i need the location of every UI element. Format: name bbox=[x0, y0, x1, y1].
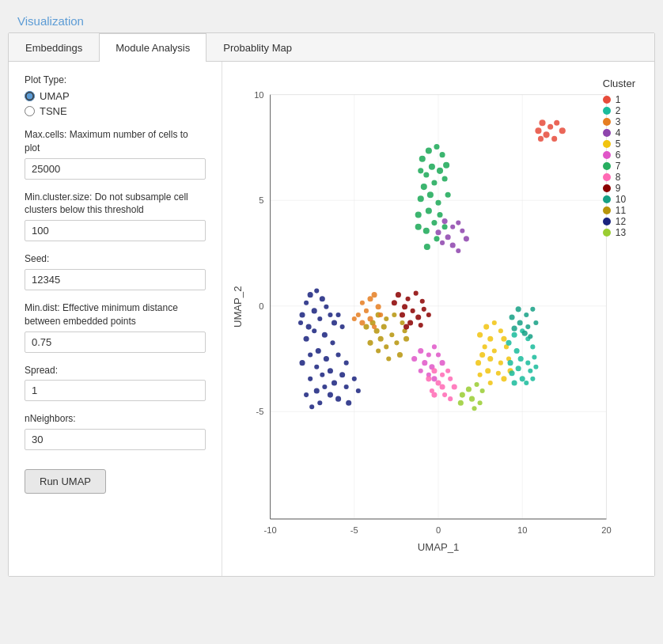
svg-point-106 bbox=[372, 324, 377, 329]
legend-title: Cluster bbox=[603, 78, 635, 89]
svg-text:UMAP_1: UMAP_1 bbox=[418, 541, 460, 553]
svg-point-79 bbox=[403, 336, 409, 342]
svg-point-177 bbox=[498, 361, 503, 366]
svg-point-29 bbox=[324, 305, 328, 309]
svg-point-140 bbox=[431, 180, 437, 185]
svg-point-188 bbox=[506, 340, 511, 346]
svg-point-223 bbox=[475, 382, 479, 387]
min-dist-input[interactable] bbox=[25, 331, 206, 353]
svg-point-221 bbox=[538, 136, 544, 142]
svg-point-163 bbox=[440, 241, 445, 245]
legend-item: 10 bbox=[603, 194, 632, 205]
svg-point-193 bbox=[525, 361, 530, 366]
tsne-radio[interactable] bbox=[25, 106, 35, 116]
svg-point-125 bbox=[440, 384, 445, 389]
svg-point-190 bbox=[514, 348, 520, 354]
svg-point-143 bbox=[427, 191, 434, 198]
svg-point-227 bbox=[478, 400, 483, 405]
svg-point-158 bbox=[435, 229, 441, 235]
tab-probability-map[interactable]: Probablity Map bbox=[206, 33, 309, 62]
seed-input[interactable] bbox=[25, 269, 206, 290]
nneighbors-input[interactable] bbox=[25, 429, 206, 450]
svg-point-105 bbox=[359, 320, 365, 326]
svg-point-216 bbox=[535, 127, 541, 134]
svg-point-166 bbox=[483, 324, 489, 330]
svg-point-137 bbox=[437, 168, 443, 174]
svg-point-41 bbox=[330, 340, 335, 345]
svg-point-76 bbox=[394, 340, 399, 345]
svg-point-132 bbox=[434, 144, 439, 150]
svg-point-84 bbox=[406, 297, 411, 301]
svg-point-215 bbox=[547, 124, 553, 130]
svg-point-172 bbox=[501, 336, 506, 342]
legend-scroll[interactable]: 12345678910111213 bbox=[603, 94, 635, 238]
svg-point-208 bbox=[517, 320, 523, 326]
svg-point-139 bbox=[443, 162, 449, 169]
tab-module-analysis[interactable]: Module Analysis bbox=[99, 33, 206, 62]
legend-label: 8 bbox=[616, 172, 621, 183]
umap-radio-option[interactable]: UMAP bbox=[25, 90, 206, 102]
min-cluster-input[interactable] bbox=[25, 220, 206, 241]
svg-point-165 bbox=[456, 248, 460, 253]
legend-dot bbox=[603, 229, 611, 237]
svg-point-42 bbox=[316, 348, 321, 354]
svg-point-40 bbox=[304, 336, 309, 342]
umap-radio[interactable] bbox=[25, 91, 35, 101]
legend-dot bbox=[603, 129, 611, 137]
svg-point-214 bbox=[539, 119, 545, 126]
svg-point-86 bbox=[414, 291, 419, 296]
svg-point-176 bbox=[487, 356, 493, 362]
legend-dot bbox=[603, 195, 611, 203]
svg-text:20: 20 bbox=[601, 525, 611, 535]
svg-point-205 bbox=[524, 313, 529, 317]
svg-point-178 bbox=[475, 360, 481, 366]
svg-text:-10: -10 bbox=[264, 525, 277, 535]
max-cells-input[interactable] bbox=[25, 158, 206, 180]
svg-point-78 bbox=[384, 344, 388, 349]
svg-point-57 bbox=[344, 385, 349, 389]
svg-point-47 bbox=[344, 361, 349, 366]
plot-type-group: Plot Type: UMAP TSNE bbox=[25, 74, 206, 117]
svg-point-199 bbox=[533, 365, 538, 369]
plot-type-label: Plot Type: bbox=[25, 74, 206, 85]
svg-point-162 bbox=[450, 242, 456, 248]
svg-point-89 bbox=[400, 312, 405, 317]
legend-item: 13 bbox=[603, 227, 632, 238]
svg-point-159 bbox=[456, 221, 460, 225]
svg-text:-5: -5 bbox=[256, 407, 264, 416]
svg-point-146 bbox=[445, 192, 451, 198]
svg-point-108 bbox=[418, 348, 423, 354]
svg-point-70 bbox=[400, 320, 404, 325]
tsne-radio-option[interactable]: TSNE bbox=[25, 105, 206, 117]
svg-text:5: 5 bbox=[259, 195, 263, 205]
svg-point-83 bbox=[396, 292, 401, 297]
svg-point-27 bbox=[304, 301, 309, 305]
svg-point-104 bbox=[378, 313, 383, 317]
svg-point-138 bbox=[418, 168, 423, 173]
legend-label: 6 bbox=[616, 150, 621, 161]
svg-point-147 bbox=[426, 207, 432, 214]
max-cells-group: Max.cells: Maximum number of cells to pl… bbox=[25, 128, 206, 180]
svg-point-201 bbox=[524, 381, 529, 385]
svg-point-34 bbox=[332, 320, 337, 326]
svg-point-225 bbox=[480, 388, 485, 393]
tab-embeddings[interactable]: Embeddings bbox=[9, 33, 99, 62]
svg-point-87 bbox=[402, 304, 407, 309]
svg-point-127 bbox=[452, 384, 457, 389]
svg-point-183 bbox=[478, 373, 483, 377]
svg-point-82 bbox=[386, 357, 391, 362]
svg-point-75 bbox=[378, 336, 384, 342]
svg-point-81 bbox=[397, 352, 403, 358]
svg-point-203 bbox=[530, 377, 535, 381]
svg-point-134 bbox=[440, 152, 445, 157]
svg-point-109 bbox=[426, 352, 431, 357]
max-cells-label: Max.cells: Maximum number of cells to pl… bbox=[25, 128, 206, 155]
svg-point-213 bbox=[528, 334, 532, 339]
legend-dot bbox=[603, 173, 611, 181]
run-umap-button[interactable]: Run UMAP bbox=[25, 469, 106, 494]
svg-point-197 bbox=[528, 369, 532, 373]
seed-group: Seed: bbox=[25, 252, 206, 290]
spread-input[interactable] bbox=[25, 380, 206, 401]
svg-point-196 bbox=[516, 366, 521, 371]
svg-point-185 bbox=[488, 381, 493, 385]
